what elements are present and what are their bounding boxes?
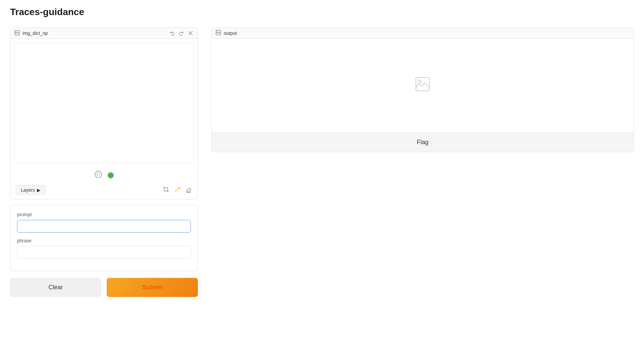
svg-point-9	[97, 175, 98, 176]
svg-point-5	[97, 173, 98, 174]
eraser-icon[interactable]	[185, 186, 192, 194]
layers-toolbar: Layers ▶	[10, 183, 198, 199]
color-indicator[interactable]	[108, 172, 114, 178]
submit-button[interactable]: Submit	[107, 278, 198, 297]
layers-button[interactable]: Layers ▶	[16, 185, 46, 195]
prompt-label: prompt	[17, 212, 191, 217]
redo-button[interactable]	[178, 30, 185, 37]
svg-rect-15	[416, 77, 429, 91]
button-row: Clear Submit	[10, 278, 198, 297]
image-card-title-area: img_dict_np	[14, 30, 48, 37]
output-placeholder-icon	[415, 76, 431, 95]
layers-label: Layers	[21, 187, 35, 193]
image-card-actions	[169, 30, 194, 37]
form-section: prompt phrase	[10, 205, 198, 271]
image-card: img_dict_np	[10, 27, 198, 199]
output-card-title: output	[224, 31, 237, 36]
crop-icon[interactable]	[163, 186, 169, 194]
brush-icon[interactable]	[174, 186, 181, 194]
color-toolbar	[10, 168, 198, 183]
clear-button[interactable]: Clear	[10, 278, 101, 297]
svg-point-6	[98, 172, 99, 173]
svg-line-10	[175, 188, 179, 191]
output-image-area	[212, 39, 634, 132]
svg-point-4	[95, 171, 102, 178]
close-button[interactable]	[187, 30, 194, 36]
output-card-icon	[216, 30, 221, 36]
drawing-tools	[163, 186, 192, 194]
layers-arrow-icon: ▶	[37, 187, 41, 193]
image-card-icon	[14, 30, 20, 37]
output-card: output Flag	[211, 27, 634, 152]
flag-button[interactable]: Flag	[212, 132, 634, 152]
prompt-input[interactable]	[17, 220, 191, 233]
svg-point-8	[99, 175, 100, 176]
page-title: Traces-guidance	[10, 7, 634, 17]
image-canvas	[14, 43, 194, 164]
phrase-input[interactable]	[17, 246, 191, 259]
phrase-label: phrase	[17, 238, 191, 243]
image-card-header: img_dict_np	[10, 28, 198, 39]
undo-button[interactable]	[169, 30, 175, 37]
image-card-title-text: img_dict_np	[22, 31, 48, 36]
output-card-header: output	[212, 28, 634, 39]
svg-point-7	[99, 173, 100, 174]
svg-point-16	[419, 80, 421, 83]
palette-icon[interactable]	[94, 170, 102, 180]
